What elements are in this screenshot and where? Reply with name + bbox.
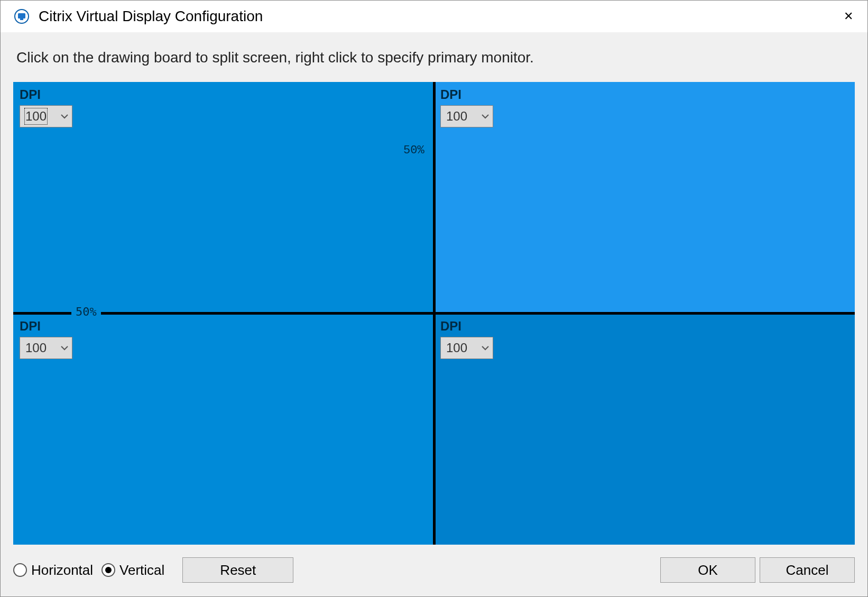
monitor-quadrant-bottom-right[interactable]: DPI 100 xyxy=(434,314,855,545)
window-title: Citrix Virtual Display Configuration xyxy=(39,8,834,25)
close-icon: ✕ xyxy=(844,10,853,23)
instruction-text: Click on the drawing board to split scre… xyxy=(16,49,852,66)
svg-rect-2 xyxy=(20,19,23,20)
drawing-board[interactable]: DPI 100 DPI 100 xyxy=(13,82,855,545)
ok-button[interactable]: OK xyxy=(660,557,755,583)
dpi-value: 100 xyxy=(446,109,467,124)
vertical-split-percent: 50% xyxy=(401,144,427,157)
orientation-radio-horizontal[interactable]: Horizontal xyxy=(13,562,93,578)
radio-label: Vertical xyxy=(119,562,164,578)
dpi-label: DPI xyxy=(20,319,428,334)
chevron-down-icon xyxy=(481,109,490,124)
titlebar: Citrix Virtual Display Configuration ✕ xyxy=(1,1,867,32)
monitor-quadrant-top-right[interactable]: DPI 100 xyxy=(434,82,855,314)
radio-label: Horizontal xyxy=(31,562,93,578)
radio-icon xyxy=(13,563,27,577)
dpi-select-top-left[interactable]: 100 xyxy=(20,105,72,127)
dpi-label: DPI xyxy=(440,87,848,102)
close-button[interactable]: ✕ xyxy=(834,4,863,29)
vertical-split-line[interactable] xyxy=(433,82,436,545)
client-area: Click on the drawing board to split scre… xyxy=(1,32,867,596)
dpi-label: DPI xyxy=(20,87,428,102)
monitor-quadrant-top-left[interactable]: DPI 100 xyxy=(13,82,434,314)
dpi-label: DPI xyxy=(440,319,848,334)
svg-rect-1 xyxy=(18,13,25,19)
dpi-value: 100 xyxy=(25,109,47,124)
chevron-down-icon xyxy=(60,109,69,124)
chevron-down-icon xyxy=(60,341,69,355)
app-icon xyxy=(13,8,30,25)
dpi-value: 100 xyxy=(25,341,47,355)
monitor-quadrant-bottom-left[interactable]: DPI 100 xyxy=(13,314,434,545)
chevron-down-icon xyxy=(481,341,490,355)
bottom-toolbar: Horizontal Vertical Reset OK Cancel xyxy=(13,554,855,586)
reset-button[interactable]: Reset xyxy=(182,557,293,583)
dialog-window: Citrix Virtual Display Configuration ✕ C… xyxy=(0,0,868,597)
dpi-select-bottom-left[interactable]: 100 xyxy=(20,337,72,359)
radio-icon xyxy=(101,563,115,577)
dpi-select-bottom-right[interactable]: 100 xyxy=(440,337,493,359)
orientation-radio-vertical[interactable]: Vertical xyxy=(101,562,164,578)
dpi-select-top-right[interactable]: 100 xyxy=(440,105,493,127)
dpi-value: 100 xyxy=(446,341,467,355)
cancel-button[interactable]: Cancel xyxy=(760,557,855,583)
